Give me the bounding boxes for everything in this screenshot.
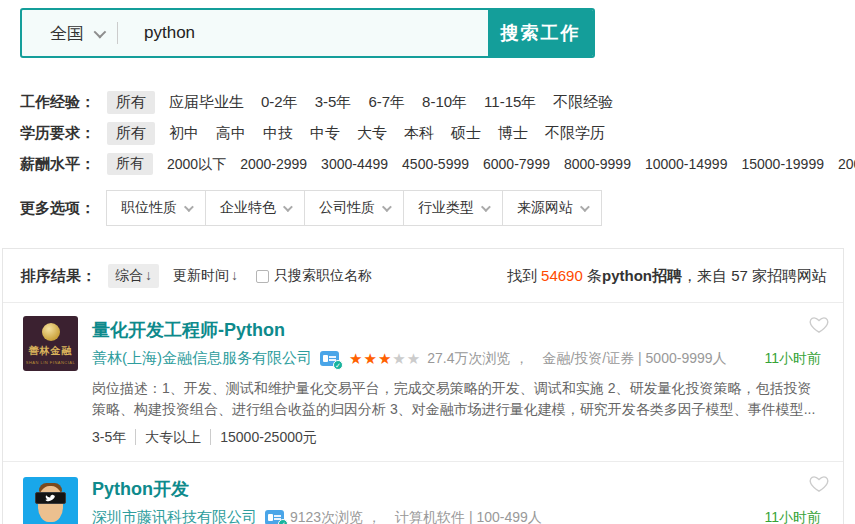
posted-time: 11小时前 [764, 350, 825, 368]
filter-option[interactable]: 6-7年 [368, 93, 405, 110]
arrow-down-icon: ↓ [145, 267, 152, 283]
filter-option[interactable]: 8000-9999 [564, 156, 631, 172]
filter-option[interactable]: 本科 [404, 124, 434, 141]
sort-option-update-time[interactable]: 更新时间↓ [173, 267, 238, 285]
results-panel: 排序结果： 综合↓ 更新时间↓ 只搜索职位名称 找到 54690 条python… [2, 248, 844, 524]
filter-row-salary: 薪酬水平： 所有 2000以下2000-29993000-44994500-59… [20, 152, 855, 176]
result-keyword: python招聘 [602, 267, 682, 284]
filter-label: 学历要求： [20, 124, 95, 143]
coin-icon [42, 323, 60, 341]
company-row: 深圳市藤讯科技有限公司 9123次浏览 ， 计算机软件 | 100-499人 1… [92, 508, 825, 524]
filter-label: 薪酬水平： [20, 155, 95, 174]
sort-option-comprehensive[interactable]: 综合↓ [108, 264, 159, 288]
dropdown[interactable]: 职位性质 [106, 190, 206, 226]
filter-option[interactable]: 中技 [263, 124, 293, 141]
job-card-body: 量化开发工程师-Python 善林(上海)金融信息服务有限公司 ★★★★★ 27… [92, 316, 825, 447]
meta-experience: 3-5年 [92, 429, 126, 445]
job-card-body: Python开发 深圳市藤讯科技有限公司 9123次浏览 ， 计算机软件 | 1… [92, 475, 825, 524]
filter-row-education: 学历要求： 所有 初中高中中技中专大专本科硕士博士不限学历 [20, 121, 855, 145]
filter-row-experience: 工作经验： 所有 应届毕业生0-2年3-5年6-7年8-10年11-15年不限经… [20, 90, 855, 114]
filter-option[interactable]: 0-2年 [261, 93, 298, 110]
chevron-down-icon [382, 202, 392, 212]
filter-option[interactable]: 2000-2999 [240, 156, 307, 172]
filter-option[interactable]: 高中 [216, 124, 246, 141]
filter-option[interactable]: 10000-14999 [645, 156, 728, 172]
company-link[interactable]: 深圳市藤讯科技有限公司 [92, 508, 257, 524]
company-link[interactable]: 善林(上海)金融信息服务有限公司 [92, 349, 312, 368]
vr-goggles-icon [35, 492, 66, 504]
job-description: 岗位描述：1、开发、测试和维护量化交易平台，完成交易策略的开发、调试和实施 2、… [92, 378, 825, 420]
search-bar: 全国 搜索工作 [0, 0, 855, 58]
view-count: 27.4万次浏览 ， [427, 350, 528, 368]
company-logo[interactable]: 善林金融 SHAN LIN FINANCIAL [23, 316, 78, 371]
search-box: 全国 搜索工作 [20, 8, 595, 58]
filter-option[interactable]: 博士 [498, 124, 528, 141]
chevron-down-icon [94, 25, 107, 38]
sort-bar: 排序结果： 综合↓ 更新时间↓ 只搜索职位名称 找到 54690 条python… [3, 249, 843, 303]
filter-option[interactable]: 8-10年 [422, 93, 467, 110]
chevron-down-icon [184, 202, 194, 212]
filter-option-selected[interactable]: 所有 [107, 122, 155, 145]
title-only-label[interactable]: 只搜索职位名称 [274, 267, 372, 285]
verified-badge-icon [320, 351, 339, 366]
check-icon [333, 360, 343, 370]
job-meta: 3-5年大专以上15000-25000元 [92, 429, 825, 447]
location-value: 全国 [50, 22, 84, 45]
more-options-row: 更多选项： 职位性质 企业特色 公司性质 行业类型 来源网站 [20, 190, 855, 226]
dropdown[interactable]: 企业特色 [205, 190, 305, 226]
company-row: 善林(上海)金融信息服务有限公司 ★★★★★ 27.4万次浏览 ， 金融/投资/… [92, 349, 825, 368]
filter-label: 工作经验： [20, 93, 95, 112]
star-empty-icons: ★★ [392, 350, 421, 367]
filter-option[interactable]: 2000以下 [167, 156, 226, 172]
arrow-down-icon: ↓ [231, 267, 238, 283]
posted-time: 11小时前 [764, 509, 825, 524]
meta-salary: 15000-25000元 [210, 429, 317, 445]
filter-option[interactable]: 6000-7999 [483, 156, 550, 172]
industry-size: 计算机软件 | 100-499人 [395, 509, 542, 524]
filter-option[interactable]: 不限经验 [553, 93, 613, 110]
result-summary: 找到 54690 条python招聘，来自 57 家招聘网站 [507, 267, 827, 286]
filter-option[interactable]: 20000- [838, 156, 855, 172]
filter-option[interactable]: 11-15年 [484, 93, 536, 110]
chevron-down-icon [481, 202, 491, 212]
filter-option[interactable]: 3-5年 [315, 93, 352, 110]
job-card[interactable]: Python开发 深圳市藤讯科技有限公司 9123次浏览 ， 计算机软件 | 1… [3, 462, 843, 524]
dropdown[interactable]: 来源网站 [502, 190, 602, 226]
chevron-down-icon [580, 202, 590, 212]
filter-option[interactable]: 3000-4499 [321, 156, 388, 172]
check-icon [278, 519, 288, 524]
title-only-checkbox[interactable] [256, 270, 269, 283]
filter-option[interactable]: 硕士 [451, 124, 481, 141]
filter-option[interactable]: 不限学历 [545, 124, 605, 141]
job-title-link[interactable]: 量化开发工程师-Python [92, 318, 285, 342]
job-title-link[interactable]: Python开发 [92, 477, 189, 501]
more-options-label: 更多选项： [20, 199, 95, 218]
favorite-heart-icon[interactable] [808, 314, 830, 334]
filter-option[interactable]: 应届毕业生 [169, 93, 244, 110]
dropdown[interactable]: 公司性质 [304, 190, 404, 226]
search-button[interactable]: 搜索工作 [488, 10, 593, 56]
verified-badge-icon [265, 510, 284, 524]
dropdown[interactable]: 行业类型 [403, 190, 503, 226]
location-select[interactable]: 全国 [22, 10, 117, 56]
meta-education: 大专以上 [135, 429, 201, 445]
filter-section: 工作经验： 所有 应届毕业生0-2年3-5年6-7年8-10年11-15年不限经… [20, 90, 855, 176]
filter-option[interactable]: 15000-19999 [741, 156, 824, 172]
search-input[interactable] [118, 10, 488, 56]
rating-stars: ★★★★★ [349, 350, 421, 368]
filter-option[interactable]: 大专 [357, 124, 387, 141]
filter-option-selected[interactable]: 所有 [107, 153, 153, 175]
industry-size: 金融/投资/证券 | 5000-9999人 [542, 350, 726, 368]
view-count: 9123次浏览 ， [290, 509, 381, 524]
favorite-heart-icon[interactable] [808, 473, 830, 493]
filter-option[interactable]: 中专 [310, 124, 340, 141]
chevron-down-icon [283, 202, 293, 212]
star-filled-icons: ★★★ [349, 350, 392, 367]
sort-label: 排序结果： [21, 267, 96, 286]
filter-option[interactable]: 初中 [169, 124, 199, 141]
filter-option-selected[interactable]: 所有 [107, 91, 155, 114]
job-card[interactable]: 善林金融 SHAN LIN FINANCIAL 量化开发工程师-Python 善… [3, 303, 843, 462]
result-count: 54690 [541, 267, 583, 284]
company-logo[interactable] [23, 477, 78, 524]
filter-option[interactable]: 4500-5999 [402, 156, 469, 172]
